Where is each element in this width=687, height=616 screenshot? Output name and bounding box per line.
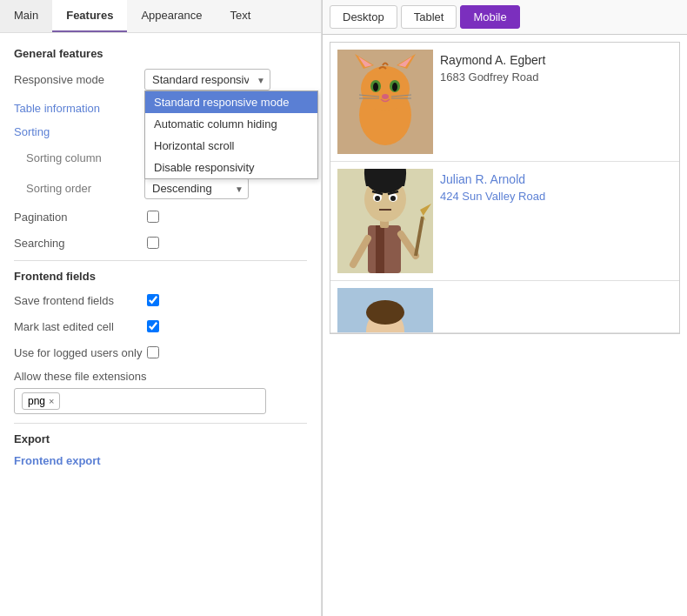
logged-users-row: Use for logged users only (14, 344, 307, 361)
save-frontend-fields-label: Save frontend fields (14, 294, 144, 307)
mark-last-edited-label: Mark last edited cell (14, 320, 144, 333)
card-address-2[interactable]: 424 Sun Valley Road (440, 190, 545, 203)
frontend-fields-title: Frontend fields (14, 270, 307, 283)
tab-features[interactable]: Features (52, 0, 127, 32)
menu-item-standard[interactable]: Standard responsive mode (145, 91, 317, 113)
person3-svg (337, 288, 433, 333)
card-info-1: Raymond A. Egbert 1683 Godfrey Road (433, 50, 552, 87)
logged-users-label: Use for logged users only (14, 346, 144, 359)
tag-input-container[interactable]: png × (14, 388, 266, 414)
table-information-label[interactable]: Table information (14, 102, 144, 115)
card-name-1: Raymond A. Egbert (440, 53, 545, 67)
allow-file-ext-section: Allow these file extensions png × (14, 370, 307, 414)
responsive-mode-row: Responsive mode Standard responsive mode… (14, 69, 307, 90)
tag-png: png × (22, 392, 60, 410)
pagination-checkbox[interactable] (147, 211, 159, 223)
character-svg (337, 169, 433, 273)
responsive-mode-label: Responsive mode (14, 73, 144, 86)
allow-file-ext-label: Allow these file extensions (14, 370, 307, 383)
mark-last-edited-checkbox[interactable] (147, 320, 159, 332)
mobile-preview-card: Raymond A. Egbert 1683 Godfrey Road (330, 42, 680, 334)
svg-point-43 (366, 300, 404, 325)
menu-item-horizontal-scroll[interactable]: Horizontal scroll (145, 135, 317, 157)
tab-text[interactable]: Text (217, 0, 265, 32)
svg-point-37 (390, 196, 396, 201)
card-image-cat (337, 50, 433, 154)
searching-checkbox[interactable] (147, 237, 159, 249)
save-frontend-fields-checkbox[interactable] (147, 294, 159, 306)
separator-2 (14, 423, 307, 424)
searching-checkbox-cell (144, 234, 162, 251)
export-title: Export (14, 432, 307, 445)
searching-row: Searching (14, 234, 307, 251)
sorting-order-row: Sorting order Descending Ascending ▼ (14, 177, 307, 199)
menu-item-disable-responsivity[interactable]: Disable responsivity (145, 157, 317, 178)
card-row-2: Julian R. Arnold 424 Sun Valley Road (330, 162, 679, 281)
pagination-checkbox-cell (144, 208, 162, 225)
mark-last-edited-checkbox-cell (144, 318, 162, 335)
tab-mobile[interactable]: Mobile (460, 5, 519, 29)
save-frontend-fields-checkbox-cell (144, 291, 162, 309)
responsive-mode-menu: Standard responsive mode Automatic colum… (144, 90, 318, 179)
svg-point-10 (392, 83, 397, 91)
separator-1 (14, 260, 307, 261)
sorting-order-select[interactable]: Descending Ascending (144, 177, 249, 199)
tag-png-close[interactable]: × (49, 396, 54, 406)
general-features-title: General features (14, 47, 307, 60)
menu-item-auto-hide[interactable]: Automatic column hiding (145, 113, 317, 135)
svg-point-11 (382, 94, 389, 99)
tag-png-text: png (28, 395, 45, 407)
pagination-label: Pagination (14, 211, 144, 224)
svg-rect-23 (376, 225, 384, 273)
card-address-1: 1683 Godfrey Road (440, 70, 545, 84)
tab-tablet[interactable]: Tablet (401, 5, 457, 29)
responsive-mode-dropdown-wrapper: Standard responsive mode Automatic colum… (144, 69, 270, 90)
tab-main[interactable]: Main (0, 0, 52, 32)
right-panel: Desktop Tablet Mobile (322, 0, 687, 616)
sorting-column-label: Sorting column (26, 151, 144, 164)
left-panel: Main Features Appearance Text General fe… (0, 0, 322, 616)
right-tabs: Desktop Tablet Mobile (323, 0, 687, 35)
panel-content: General features Responsive mode Standar… (0, 33, 321, 616)
card-name-2[interactable]: Julian R. Arnold (440, 172, 545, 186)
logged-users-checkbox[interactable] (147, 346, 159, 358)
sorting-order-dropdown-wrapper: Descending Ascending ▼ (144, 177, 249, 199)
logged-users-checkbox-cell (144, 344, 162, 361)
sorting-order-label: Sorting order (26, 182, 144, 195)
responsive-mode-select[interactable]: Standard responsive mode Automatic colum… (144, 69, 270, 90)
pagination-row: Pagination (14, 208, 307, 225)
card-row-1: Raymond A. Egbert 1683 Godfrey Road (330, 43, 679, 162)
frontend-export-label[interactable]: Frontend export (14, 454, 144, 467)
svg-point-9 (373, 83, 378, 91)
save-frontend-fields-row: Save frontend fields (14, 291, 307, 309)
svg-point-2 (361, 66, 410, 111)
cat-svg (337, 50, 433, 154)
card-image-character (337, 169, 433, 273)
top-tabs: Main Features Appearance Text (0, 0, 321, 33)
frontend-export-row: Frontend export (14, 454, 307, 467)
searching-label: Searching (14, 237, 144, 250)
preview-area: Raymond A. Egbert 1683 Godfrey Road (323, 35, 687, 616)
sorting-label[interactable]: Sorting (14, 125, 144, 138)
tab-desktop[interactable]: Desktop (330, 5, 397, 29)
card-row-3 (330, 281, 679, 333)
card-info-2: Julian R. Arnold 424 Sun Valley Road (433, 169, 552, 206)
svg-point-36 (375, 196, 380, 201)
tab-appearance[interactable]: Appearance (127, 0, 216, 32)
mark-last-edited-row: Mark last edited cell (14, 318, 307, 335)
card-image-3 (337, 288, 433, 333)
